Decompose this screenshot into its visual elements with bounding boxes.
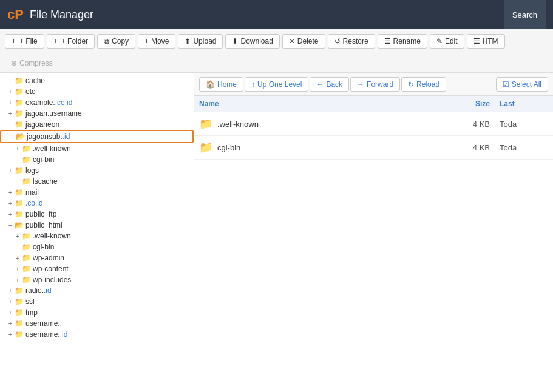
home-label: Home <box>217 80 237 89</box>
forward-button[interactable]: → Forward <box>350 77 400 92</box>
tree-item-example[interactable]: + 📁 example. .co.id <box>0 97 194 108</box>
reload-icon: ↻ <box>408 80 414 89</box>
tree-item-cache[interactable]: 📁 cache <box>0 75 194 86</box>
tree-label-logs: logs <box>25 166 39 175</box>
folder-icon: 📁 <box>15 297 24 306</box>
tree-label-example: example. <box>25 98 55 107</box>
select-all-button[interactable]: ☑ Select All <box>496 77 548 92</box>
tree-label-mail: mail <box>25 188 39 197</box>
tree-label-wp-includes: wp-includes <box>33 275 71 284</box>
toggle-wp-includes: + <box>13 276 22 283</box>
folder-icon: 📁 <box>15 330 24 339</box>
new-file-icon: + <box>12 37 16 46</box>
folder-icon: 📂 <box>15 221 24 229</box>
move-icon: + <box>144 37 149 46</box>
folder-icon: 📁 <box>15 76 24 85</box>
html-editor-button[interactable]: ☰ HTM <box>467 34 505 49</box>
edit-button[interactable]: ✎ Edit <box>430 34 464 49</box>
html-label: HTM <box>483 37 498 46</box>
tree-item-username2[interactable]: + 📁 username. .id <box>0 329 194 340</box>
tree-label-public-html: public_html <box>25 221 63 229</box>
tree-item-mail[interactable]: + 📁 mail <box>0 187 194 198</box>
select-all-icon: ☑ <box>503 80 509 89</box>
toggle-unnamed-coid: + <box>6 200 15 207</box>
download-button[interactable]: ⬇ Download <box>225 34 279 49</box>
new-file-button[interactable]: + + File <box>5 34 44 49</box>
up-label: Up One Level <box>257 80 302 89</box>
new-folder-icon: + <box>53 37 58 46</box>
restore-icon: ↺ <box>334 37 341 46</box>
up-one-level-button[interactable]: ↑ Up One Level <box>245 77 308 92</box>
tree-item-tmp[interactable]: + 📁 tmp <box>0 307 194 318</box>
folder-icon: 📁 <box>22 275 31 284</box>
forward-icon: → <box>357 80 364 89</box>
toggle-username2: + <box>6 331 15 338</box>
tree-label-username1: username.. <box>25 319 62 328</box>
file-row-cgibin[interactable]: 📁 cgi-bin 4 KB Toda <box>194 136 553 160</box>
tree-label-lscache: lscache <box>33 177 58 186</box>
tree-item-radio[interactable]: + 📁 radio. .id <box>0 285 194 296</box>
file-size-wellknown: 4 KB <box>451 120 500 129</box>
folder-icon: 📂 <box>16 132 25 141</box>
compress-label: Compress <box>19 59 53 67</box>
tree-item-cgibin-jagoansub[interactable]: 📁 cgi-bin <box>0 154 194 165</box>
reload-button[interactable]: ↻ Reload <box>401 77 446 92</box>
tree-item-public-html[interactable]: − 📂 public_html <box>0 220 194 231</box>
folder-icon: 📁 <box>22 265 31 273</box>
tree-item-logs[interactable]: + 📁 logs <box>0 165 194 176</box>
toggle-wp-admin: + <box>13 254 22 262</box>
back-button[interactable]: ← Back <box>310 77 349 92</box>
toggle-ssl: + <box>6 298 15 305</box>
tree-label-wellknown-jagoansub: .well-known <box>33 144 71 153</box>
tree-item-wp-includes[interactable]: + 📁 wp-includes <box>0 274 194 285</box>
compress-icon: ⊕ <box>11 59 17 67</box>
folder-icon: 📁 <box>15 109 24 118</box>
tree-item-wp-admin[interactable]: + 📁 wp-admin <box>0 252 194 263</box>
folder-icon: 📁 <box>15 210 24 218</box>
home-button[interactable]: 🏠 Home <box>199 77 243 92</box>
copy-button[interactable]: ⧉ Copy <box>97 34 135 49</box>
back-label: Back <box>326 80 342 89</box>
tree-item-public-ftp[interactable]: + 📁 public_ftp <box>0 209 194 220</box>
tree-label-unnamed-coid-suffix: .co.id <box>25 199 43 208</box>
file-panel: 🏠 Home ↑ Up One Level ← Back → Forward ↻… <box>194 73 553 392</box>
tree-item-wellknown-jagoansub[interactable]: + 📁 .well-known <box>0 143 194 154</box>
tree-label-wp-admin: wp-admin <box>33 254 64 262</box>
tree-item-etc[interactable]: + 📁 etc <box>0 86 194 97</box>
tree-label-radio-suffix: .id <box>44 286 52 295</box>
tree-item-wp-content[interactable]: + 📁 wp-content <box>0 263 194 274</box>
file-tree-sidebar[interactable]: 📁 cache + 📁 etc + 📁 example. .co.id <box>0 73 194 392</box>
tree-item-wellknown-public-html[interactable]: + 📁 .well-known <box>0 231 194 242</box>
file-row-wellknown[interactable]: 📁 .well-known 4 KB Toda <box>194 112 553 136</box>
delete-button[interactable]: ✕ Delete <box>282 34 325 49</box>
folder-icon: 📁 <box>15 319 24 328</box>
folder-icon: 📁 <box>15 98 24 107</box>
tree-label-ssl: ssl <box>25 297 35 306</box>
tree-item-cgibin-public-html[interactable]: 📁 cgi-bin <box>0 242 194 252</box>
tree-item-lscache[interactable]: 📁 lscache <box>0 176 194 187</box>
delete-label: Delete <box>297 37 319 46</box>
rename-button[interactable]: ☰ Rename <box>378 34 427 49</box>
reload-label: Reload <box>416 80 439 89</box>
tree-label-wp-content: wp-content <box>33 265 69 273</box>
tree-item-jagoaenon[interactable]: 📁 jagoaneon <box>0 119 194 130</box>
toggle-wp-content: + <box>13 265 22 272</box>
tree-label-public-ftp: public_ftp <box>25 210 56 218</box>
folder-icon: 📁 <box>15 120 24 129</box>
restore-button[interactable]: ↺ Restore <box>328 34 375 49</box>
tree-item-username1[interactable]: + 📁 username.. <box>0 318 194 329</box>
new-folder-button[interactable]: + + Folder <box>47 34 95 49</box>
file-tree: 📁 cache + 📁 etc + 📁 example. .co.id <box>0 73 194 342</box>
folder-icon: 📁 <box>22 243 31 251</box>
search-button[interactable]: Search <box>504 0 546 29</box>
tree-item-ssl[interactable]: + 📁 ssl <box>0 296 194 307</box>
compress-button[interactable]: ⊕ Compress <box>5 56 59 70</box>
move-button[interactable]: + Move <box>138 34 175 49</box>
upload-button[interactable]: ⬆ Upload <box>178 34 223 49</box>
toggle-wellknown-jagoansub: + <box>13 145 22 152</box>
tree-item-unnamed-coid[interactable]: + 📁 .co.id <box>0 198 194 209</box>
nav-bar: 🏠 Home ↑ Up One Level ← Back → Forward ↻… <box>194 73 553 96</box>
tree-item-jagoan-username[interactable]: + 📁 jagoan.username <box>0 108 194 119</box>
tree-item-jagoansub[interactable]: − 📂 jagoansub. .id <box>0 130 194 143</box>
compress-toolbar: ⊕ Compress <box>0 53 553 73</box>
